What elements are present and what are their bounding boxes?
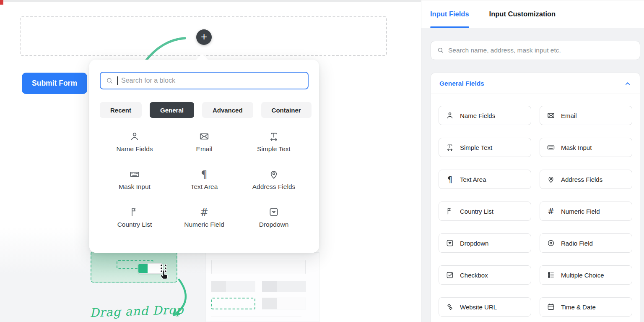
sidebar-tabs: Input Fields Input Customization xyxy=(421,0,644,28)
block-item-country-list[interactable]: Country List xyxy=(100,205,169,233)
top-progress-strip xyxy=(0,0,421,2)
general-fields-section: General Fields Name Fields Email Simple xyxy=(431,73,640,322)
pilcrow-icon: ¶ xyxy=(445,175,454,183)
tab-input-fields[interactable]: Input Fields xyxy=(430,0,469,28)
tab-input-customization[interactable]: Input Customization xyxy=(489,0,556,28)
field-search-input[interactable] xyxy=(448,47,634,54)
tab-general[interactable]: General xyxy=(150,102,194,118)
submit-form-button[interactable]: Submit Form xyxy=(22,73,87,94)
block-item-mask-input[interactable]: Mask Input xyxy=(100,167,169,195)
field-button-time-date[interactable]: Time & Date xyxy=(540,297,632,317)
general-fields-header[interactable]: General Fields xyxy=(431,73,640,94)
field-button-dropdown[interactable]: Dropdown xyxy=(439,233,531,253)
hash-icon: # xyxy=(200,205,208,217)
dropdown-box-icon xyxy=(268,205,279,217)
radio-icon xyxy=(546,239,556,247)
user-icon xyxy=(445,111,454,120)
envelope-icon xyxy=(546,111,556,120)
block-item-address-fields[interactable]: Address Fields xyxy=(239,167,309,195)
envelope-icon xyxy=(199,129,210,142)
hash-icon: # xyxy=(546,207,556,215)
block-item-dropdown[interactable]: Dropdown xyxy=(239,205,309,233)
user-icon xyxy=(129,129,140,142)
checkbox-icon xyxy=(445,271,454,279)
skeleton-form-preview xyxy=(205,252,319,322)
keyboard-icon xyxy=(129,167,140,180)
pilcrow-icon: ¶ xyxy=(201,167,207,180)
add-block-button[interactable]: + xyxy=(196,29,212,45)
sidebar-body: General Fields Name Fields Email Simple xyxy=(421,28,644,322)
field-button-numeric-field[interactable]: # Numeric Field xyxy=(540,202,632,221)
field-button-country-list[interactable]: Country List xyxy=(439,202,531,221)
search-icon xyxy=(106,77,114,85)
map-pin-icon xyxy=(546,175,556,183)
multiple-choice-icon xyxy=(546,271,556,279)
field-button-multiple-choice[interactable]: Multiple Choice xyxy=(540,265,632,285)
block-item-simple-text[interactable]: Simple Text xyxy=(239,129,309,157)
field-button-name-fields[interactable]: Name Fields xyxy=(439,106,531,125)
editor-sidebar: Input Fields Input Customization General… xyxy=(421,0,644,322)
block-item-text-area[interactable]: ¶ Text Area xyxy=(169,167,239,195)
drag-hand-cursor-icon xyxy=(158,263,171,282)
field-button-email[interactable]: Email xyxy=(540,106,632,125)
block-grid: Name Fields Email Simple Text Mask Input… xyxy=(100,129,309,233)
form-builder-app: + Submit Form Drag and Drop xyxy=(0,0,644,322)
skeleton-field xyxy=(262,298,306,309)
chevron-up-icon xyxy=(624,80,631,87)
flag-icon xyxy=(129,205,140,217)
field-button-address-fields[interactable]: Address Fields xyxy=(540,170,632,189)
skeleton-field xyxy=(211,281,255,292)
search-icon xyxy=(437,47,444,54)
flag-icon xyxy=(445,207,454,215)
block-item-email[interactable]: Email xyxy=(169,129,239,157)
section-title: General Fields xyxy=(439,80,484,87)
field-buttons-grid: Name Fields Email Simple Text Mask Input xyxy=(431,94,640,317)
field-button-mask-input[interactable]: Mask Input xyxy=(540,138,632,157)
field-button-website-url[interactable]: Website URL xyxy=(439,297,531,317)
block-category-tabs: Recent General Advanced Container xyxy=(100,102,312,118)
block-picker-popup: Recent General Advanced Container Name F… xyxy=(89,60,319,253)
map-pin-icon xyxy=(268,167,279,180)
calendar-icon xyxy=(546,303,556,311)
text-width-icon xyxy=(445,143,454,152)
text-width-icon xyxy=(268,129,279,142)
dropdown-box-icon xyxy=(445,239,454,247)
link-icon xyxy=(445,303,454,311)
field-button-checkbox[interactable]: Checkbox xyxy=(439,265,531,285)
red-corner-marker xyxy=(0,0,3,5)
text-cursor xyxy=(117,76,118,85)
tab-advanced[interactable]: Advanced xyxy=(202,102,253,118)
tab-recent[interactable]: Recent xyxy=(100,102,142,118)
block-search-box[interactable] xyxy=(100,72,309,89)
field-button-text-area[interactable]: ¶ Text Area xyxy=(439,170,531,189)
dragged-field-accent xyxy=(138,264,148,273)
block-item-name-fields[interactable]: Name Fields xyxy=(100,129,169,157)
field-button-simple-text[interactable]: Simple Text xyxy=(439,138,531,157)
skeleton-input xyxy=(211,260,306,274)
block-item-numeric-field[interactable]: # Numeric Field xyxy=(169,205,239,233)
keyboard-icon xyxy=(546,143,556,152)
field-search-box[interactable] xyxy=(431,41,640,60)
skeleton-drop-slot xyxy=(211,298,255,309)
skeleton-divider xyxy=(211,317,301,317)
field-button-radio-field[interactable]: Radio Field xyxy=(540,233,632,253)
skeleton-field xyxy=(262,281,306,292)
tab-container[interactable]: Container xyxy=(261,102,312,118)
block-search-input[interactable] xyxy=(121,77,303,84)
plus-icon: + xyxy=(201,31,207,42)
